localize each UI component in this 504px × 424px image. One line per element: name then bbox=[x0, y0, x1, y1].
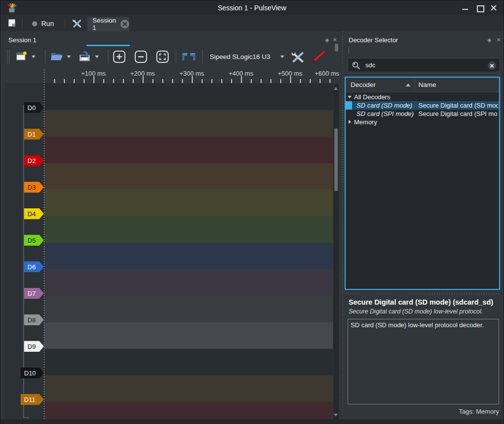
open-dropdown-arrow[interactable] bbox=[67, 56, 71, 58]
ruler-tick bbox=[329, 79, 330, 83]
caret-down-icon[interactable] bbox=[348, 96, 352, 98]
toolbar-separator bbox=[45, 50, 46, 63]
session-panel-dock-buttons: ◈ ✕ bbox=[325, 37, 336, 43]
run-button[interactable]: Run bbox=[29, 18, 57, 29]
toolbar-separator bbox=[202, 50, 203, 63]
decoder-long-name: Secure Digital card (SPI mo… bbox=[418, 110, 498, 117]
new-view-button[interactable] bbox=[7, 19, 17, 28]
ruler-tick bbox=[202, 79, 203, 83]
channel-band bbox=[44, 322, 333, 349]
ruler-tick bbox=[54, 79, 55, 83]
channel-band bbox=[44, 190, 333, 216]
run-label: Run bbox=[41, 20, 54, 28]
save-dropdown-arrow[interactable] bbox=[95, 56, 99, 58]
close-panel-icon[interactable]: ✕ bbox=[332, 37, 337, 43]
zoom-in-button[interactable] bbox=[113, 50, 126, 63]
decoder-search-input[interactable]: sdc bbox=[348, 58, 500, 72]
tree-decoder-row[interactable]: SD card (SPI mode)Secure Digital card (S… bbox=[346, 110, 499, 118]
ruler-tick bbox=[93, 76, 94, 83]
open-folder-icon bbox=[50, 51, 63, 62]
configure-device-wrench-icon[interactable] bbox=[290, 51, 305, 64]
sort-ascending-icon[interactable] bbox=[406, 84, 411, 86]
scrollbar-thumb[interactable] bbox=[334, 128, 338, 191]
decoder-table-header: Decoder Name bbox=[346, 78, 499, 92]
ruler-tick bbox=[123, 79, 124, 83]
new-session-button[interactable] bbox=[16, 50, 35, 63]
window-title: Session 1 - PulseView bbox=[0, 4, 504, 12]
channel-band bbox=[44, 402, 333, 420]
toolbar-scroll-handle[interactable] bbox=[335, 44, 338, 52]
decoder-description-text: SD card (SD mode) low-level protocol dec… bbox=[351, 321, 484, 329]
scroll-up-arrow-icon[interactable] bbox=[334, 87, 338, 90]
close-button[interactable] bbox=[490, 4, 498, 11]
zoom-fit-button[interactable] bbox=[156, 50, 169, 63]
tab-session-1[interactable]: Session 1 bbox=[87, 16, 130, 31]
ruler-tick bbox=[103, 79, 104, 83]
channel-band bbox=[44, 216, 333, 243]
toolbar-separator bbox=[65, 18, 66, 29]
ruler-tick bbox=[280, 79, 281, 83]
trace-view[interactable] bbox=[5, 83, 333, 420]
decoder-panel-splitter[interactable] bbox=[346, 292, 500, 295]
pulseview-window: Session 1 - PulseView Run Session 1 Sess… bbox=[0, 0, 504, 424]
zoom-out-button[interactable] bbox=[134, 50, 148, 63]
trace-vertical-scrollbar[interactable] bbox=[333, 84, 339, 420]
dock-splitter-vertical[interactable] bbox=[341, 31, 345, 421]
new-session-dropdown-arrow[interactable] bbox=[31, 56, 35, 58]
title-bar: Session 1 - PulseView bbox=[0, 0, 504, 15]
tab-label: Session 1 bbox=[92, 17, 117, 31]
device-selector[interactable]: Sipeed SLogic16 U3 bbox=[208, 49, 286, 64]
channel-band bbox=[44, 349, 333, 375]
ruler-tick bbox=[231, 79, 232, 83]
close-panel-icon[interactable]: ✕ bbox=[496, 37, 502, 43]
ruler-tick bbox=[152, 79, 153, 83]
tree-group-row[interactable]: Memory bbox=[346, 118, 499, 126]
decoder-table[interactable]: Decoder Name All DecodersSD card (SD mod… bbox=[345, 77, 500, 290]
decoder-detail-title: Secure Digital card (SD mode) (sdcard_sd… bbox=[349, 298, 493, 306]
show-cursors-button[interactable] bbox=[180, 50, 197, 63]
column-header-name[interactable]: Name bbox=[418, 81, 436, 88]
clear-search-icon[interactable] bbox=[488, 61, 496, 70]
tree-group-row[interactable]: All Decoders bbox=[346, 93, 499, 101]
column-divider[interactable] bbox=[414, 78, 415, 92]
toolbar-separator bbox=[22, 18, 23, 29]
channel-label-d11[interactable]: D11 bbox=[21, 394, 44, 405]
channels-probe-icon[interactable] bbox=[310, 50, 328, 63]
ruler-tick bbox=[133, 79, 134, 83]
float-panel-icon[interactable]: ◈ bbox=[325, 37, 329, 43]
maximize-button[interactable] bbox=[476, 4, 484, 11]
tree-decoder-row[interactable]: SD card (SD mode)Secure Digital card (SD… bbox=[346, 101, 499, 110]
channel-label-d10[interactable]: D10 bbox=[21, 367, 44, 378]
ruler-tick bbox=[74, 79, 75, 83]
save-file-button[interactable] bbox=[78, 50, 99, 63]
ruler-tick bbox=[84, 79, 85, 83]
minimize-button[interactable] bbox=[461, 4, 469, 11]
ruler-tick bbox=[143, 76, 144, 83]
caret-right-icon[interactable] bbox=[349, 120, 351, 124]
decoder-name: SD card (SPI mode) bbox=[356, 110, 414, 117]
channel-band bbox=[44, 243, 333, 269]
channel-band bbox=[44, 163, 333, 190]
open-file-button[interactable] bbox=[50, 50, 71, 63]
decoder-tags: Tags: Memory bbox=[459, 408, 499, 415]
run-status-icon bbox=[32, 21, 37, 27]
decoder-name: SD card (SD mode) bbox=[356, 102, 412, 109]
scroll-down-arrow-icon[interactable] bbox=[334, 414, 338, 417]
decoder-panel-title: Decoder Selector bbox=[349, 36, 398, 44]
channel-band bbox=[44, 375, 333, 402]
main-toolbar: Run Session 1 bbox=[0, 15, 504, 31]
search-value: sdc bbox=[365, 61, 375, 69]
float-panel-icon[interactable]: ◈ bbox=[486, 37, 492, 43]
toolbar-drag-handle[interactable] bbox=[7, 49, 10, 64]
tab-close-icon[interactable] bbox=[120, 20, 129, 28]
ruler-tick bbox=[320, 79, 321, 83]
selection-indicator bbox=[346, 101, 352, 110]
window-bottom-edge bbox=[0, 420, 504, 424]
ruler-tick bbox=[64, 79, 65, 83]
column-header-decoder[interactable]: Decoder bbox=[351, 81, 376, 88]
ruler-tick bbox=[211, 79, 212, 83]
decoder-toolbar-handle[interactable] bbox=[348, 47, 349, 54]
settings-wrench-icon[interactable] bbox=[71, 18, 83, 29]
decoder-long-name: Secure Digital card (SD mod… bbox=[418, 102, 498, 109]
ruler-tick bbox=[251, 79, 252, 83]
